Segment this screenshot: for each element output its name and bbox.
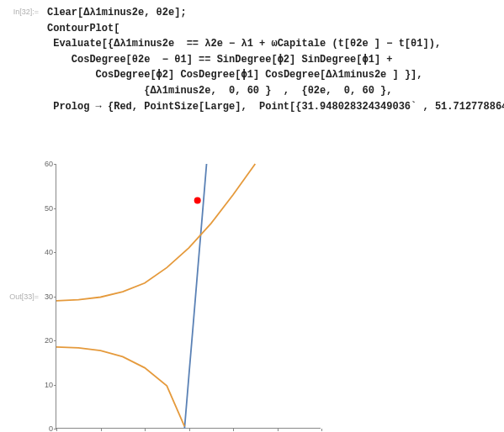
contour-plot: 01020304050600102030405060 — [56, 164, 321, 429]
code-line: Clear[Δλ1minus2e, θ2e]; — [47, 5, 504, 21]
y-tick-label: 20 — [40, 336, 53, 345]
code-line: ContourPlot[ — [47, 21, 504, 37]
plot-svg — [56, 164, 321, 429]
code-line: {Δλ1minus2e, 0, 60 } , {θ2e, 0, 60 }, — [47, 83, 504, 99]
y-tick-label: 40 — [40, 248, 53, 256]
output-cell-label: Out[33]= — [5, 292, 39, 301]
series-contour-blue — [184, 164, 206, 429]
code-line: CosDegree[ϕ2] CosDegree[ϕ1] CosDegree[Δλ… — [47, 67, 504, 83]
code-line: Evaluate[{Δλ1minus2e == λ2e − λ1 + ωCapi… — [47, 36, 504, 52]
input-code-block: Clear[Δλ1minus2e, θ2e]; ContourPlot[ Eva… — [47, 5, 504, 114]
series-contour-orange-top — [56, 164, 255, 301]
series-contour-orange-bottom — [56, 347, 184, 427]
y-tick-label: 10 — [40, 381, 53, 389]
code-line: CosDegree[θ2e − θ1] == SinDegree[ϕ2] Sin… — [47, 52, 504, 68]
y-tick-label: 30 — [40, 292, 53, 301]
y-tick-label: 50 — [40, 204, 53, 213]
code-line: Prolog → {Red, PointSize[Large], Point[{… — [47, 99, 504, 115]
prolog-point — [194, 198, 201, 204]
y-tick-label: 0 — [40, 424, 53, 432]
input-cell-label: In[32]:= — [5, 8, 39, 16]
y-tick-label: 60 — [40, 160, 53, 168]
